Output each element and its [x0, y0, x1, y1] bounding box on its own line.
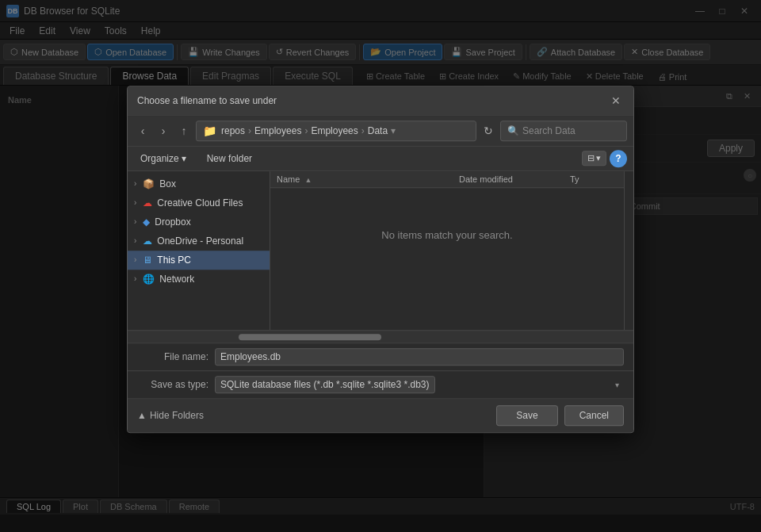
dialog-toolbar-right: ⊟ ▾ ?	[582, 150, 627, 167]
breadcrumb-repos: repos	[221, 125, 245, 136]
breadcrumb-employees-1: Employees	[254, 125, 301, 136]
sidebar-item-this-pc[interactable]: › 🖥 This PC	[128, 251, 270, 270]
breadcrumb-data: Data	[368, 125, 388, 136]
nav-refresh-button[interactable]: ↻	[480, 122, 497, 140]
search-box: 🔍	[500, 121, 627, 141]
file-list-area: Name ▲ Date modified Ty No items match y…	[270, 171, 624, 330]
dropbox-icon: ◆	[143, 216, 150, 228]
empty-message: No items match your search.	[270, 188, 624, 283]
dialog-nav-bar: ‹ › ↑ 📁 repos › Employees › Employees › …	[128, 116, 633, 147]
col-name-header[interactable]: Name ▲	[277, 174, 459, 184]
file-list-header: Name ▲ Date modified Ty	[270, 171, 624, 188]
hide-folders-label: Hide Folders	[150, 410, 204, 421]
filetype-select-wrapper: SQLite database files (*.db *.sqlite *.s…	[215, 376, 624, 393]
dialog-footer-buttons: Save Cancel	[496, 405, 624, 426]
this-pc-icon: 🖥	[143, 255, 152, 266]
breadcrumb-sep-3: ›	[361, 125, 365, 136]
hide-folders-icon: ▲	[137, 410, 147, 421]
creative-cloud-label: Creative Cloud Files	[157, 197, 263, 209]
dropbox-label: Dropbox	[155, 216, 263, 228]
sidebar-item-dropbox[interactable]: › ◆ Dropbox	[128, 212, 270, 232]
sidebar-item-network[interactable]: › 🌐 Network	[128, 270, 270, 289]
sidebar-item-creative-cloud[interactable]: › ☁ Creative Cloud Files	[128, 193, 270, 212]
select-arrow-icon: ▾	[615, 380, 619, 388]
right-scrollbar[interactable]	[624, 171, 633, 330]
search-input[interactable]	[522, 125, 620, 136]
box-label: Box	[159, 178, 263, 189]
sidebar-nav: › 📦 Box › ☁ Creative Cloud Files › ◆ Dro…	[128, 171, 270, 330]
creative-cloud-chevron: ›	[134, 198, 136, 207]
creative-cloud-icon: ☁	[143, 197, 152, 209]
dialog-toolbar-left: Organize ▾ New folder	[134, 151, 260, 166]
filetype-label: Save as type:	[137, 379, 208, 390]
save-button[interactable]: Save	[496, 405, 557, 426]
sort-icon: ▲	[304, 176, 312, 184]
filename-row: File name:	[128, 343, 633, 370]
breadcrumb-sep-2: ›	[304, 125, 308, 136]
dialog-footer: ▲ Hide Folders Save Cancel	[128, 398, 633, 432]
filetype-select[interactable]: SQLite database files (*.db *.sqlite *.s…	[215, 376, 435, 393]
breadcrumb-dropdown-arrow[interactable]: ▾	[391, 125, 396, 136]
new-folder-button[interactable]: New folder	[199, 151, 260, 166]
onedrive-label: OneDrive - Personal	[157, 235, 263, 247]
nav-up-button[interactable]: ↑	[175, 122, 193, 140]
onedrive-chevron: ›	[134, 236, 136, 245]
sidebar-item-box[interactable]: › 📦 Box	[128, 174, 270, 193]
col-date-header[interactable]: Date modified	[459, 174, 570, 184]
dialog-title-bar: Choose a filename to save under ✕	[128, 86, 633, 116]
organize-chevron: ▾	[182, 153, 186, 164]
dialog-title-text: Choose a filename to save under	[137, 95, 277, 106]
col-type-header[interactable]: Ty	[570, 174, 618, 184]
dialog-close-button[interactable]: ✕	[608, 93, 624, 109]
filetype-row: Save as type: SQLite database files (*.d…	[128, 370, 633, 398]
network-chevron: ›	[134, 274, 136, 283]
this-pc-chevron: ›	[134, 255, 136, 264]
cancel-button[interactable]: Cancel	[564, 405, 624, 426]
horizontal-scrollbar[interactable]	[128, 330, 633, 343]
dropbox-chevron: ›	[134, 217, 136, 226]
dialog-body: › 📦 Box › ☁ Creative Cloud Files › ◆ Dro…	[128, 171, 633, 330]
organize-button[interactable]: Organize ▾	[134, 151, 193, 166]
view-icon: ⊟	[587, 153, 595, 163]
network-label: Network	[159, 274, 263, 285]
search-icon: 🔍	[507, 125, 519, 136]
box-icon: 📦	[143, 178, 155, 189]
this-pc-label: This PC	[157, 255, 263, 266]
view-chevron: ▾	[596, 153, 601, 163]
organize-label: Organize	[140, 153, 179, 164]
dialog-toolbar: Organize ▾ New folder ⊟ ▾ ?	[128, 147, 633, 171]
breadcrumb-bar[interactable]: 📁 repos › Employees › Employees › Data ▾	[196, 121, 476, 141]
filename-input[interactable]	[215, 348, 624, 366]
breadcrumb-sep-1: ›	[248, 125, 251, 136]
box-chevron: ›	[134, 179, 136, 188]
filename-label: File name:	[137, 351, 208, 362]
nav-back-button[interactable]: ‹	[134, 122, 151, 140]
onedrive-icon: ☁	[143, 235, 152, 247]
breadcrumb-folder-icon: 📁	[203, 124, 216, 137]
sidebar-item-onedrive[interactable]: › ☁ OneDrive - Personal	[128, 232, 270, 251]
hide-folders-button[interactable]: ▲ Hide Folders	[137, 410, 204, 421]
help-button[interactable]: ?	[610, 150, 627, 167]
breadcrumb-employees-2: Employees	[311, 125, 358, 136]
view-button[interactable]: ⊟ ▾	[582, 151, 606, 166]
nav-forward-button[interactable]: ›	[155, 122, 172, 140]
save-dialog: Choose a filename to save under ✕ ‹ › ↑ …	[127, 86, 634, 433]
scrollbar-thumb	[239, 334, 381, 340]
network-icon: 🌐	[143, 274, 155, 285]
